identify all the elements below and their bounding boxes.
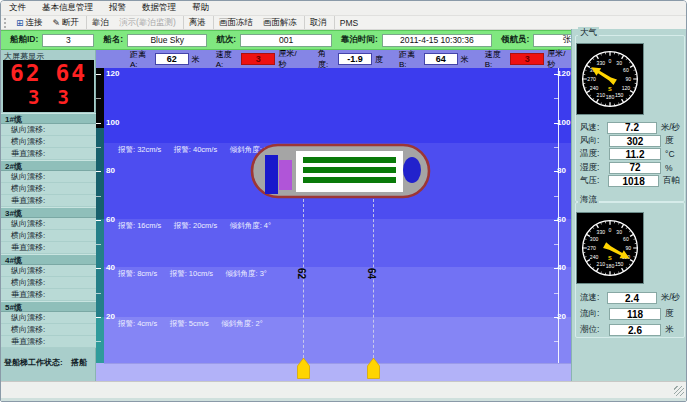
axis-tick xyxy=(96,98,101,99)
toolbar-button[interactable]: 画面冻结 xyxy=(213,16,258,29)
chart-header-label: 速度A: xyxy=(216,49,237,69)
current-field-unit: 度 xyxy=(665,308,674,320)
toolbar-button[interactable]: 离港 xyxy=(183,16,211,29)
current-field-label: 流向: xyxy=(580,308,609,320)
menu-item[interactable]: 文件 xyxy=(1,1,34,15)
toolbar-button-label: 离港 xyxy=(189,17,206,29)
cable-drift-label: 垂直漂移: xyxy=(1,242,96,254)
toolbar-button[interactable]: 靠泊 xyxy=(86,16,114,29)
toolbar-button-icon: ⊞ xyxy=(16,18,24,28)
axis-tick xyxy=(554,341,559,342)
weather-field-value: 11.2 xyxy=(609,148,661,160)
axis-tick xyxy=(554,244,559,245)
cable-group-title: 3#缆 xyxy=(1,207,96,218)
current-field: 流速: 2.4 米/秒 xyxy=(576,290,684,306)
weather-field-label: 风速: xyxy=(580,122,607,134)
berthing-chart: 距离A: 62 米 速度A: 3 厘米/秒 角度: -1.9 度 距离B: 64… xyxy=(96,50,571,381)
cable-drift-label: 纵向漂移: xyxy=(1,265,96,277)
cable-drift-label: 横向漂移: xyxy=(1,277,96,289)
svg-text:180: 180 xyxy=(606,263,615,269)
axis-tick xyxy=(96,317,101,318)
chart-header-unit: 米 xyxy=(192,54,200,65)
cable-drift-label: 垂直漂移: xyxy=(1,289,96,301)
led-speed-b: 3 xyxy=(58,86,69,108)
cable-drift-label: 横向漂移: xyxy=(1,230,96,242)
chart-header-bar: 距离A: 62 米 速度A: 3 厘米/秒 角度: -1.9 度 距离B: 64… xyxy=(96,50,571,68)
cable-group-title: 5#缆 xyxy=(1,301,96,312)
toolbar-button[interactable]: ✎ 断开 xyxy=(48,16,85,29)
current-direction-gauge: 0306090120150180210240270300330S xyxy=(576,212,644,284)
axis-tick xyxy=(554,268,559,269)
chart-header-value: -1.9 xyxy=(338,53,372,65)
axis-tick xyxy=(554,317,559,318)
berth-marker-b xyxy=(367,358,380,379)
weather-field: 风向: 302 度 xyxy=(576,134,684,147)
toolbar-button[interactable]: 取消 xyxy=(304,16,332,29)
weather-field-value: 1018 xyxy=(608,175,659,187)
led-speed-a: 3 xyxy=(28,86,39,108)
svg-text:240: 240 xyxy=(590,254,599,260)
toolbar-button-icon: ✎ xyxy=(53,18,61,28)
toolbar-drag-handle[interactable] xyxy=(4,18,7,28)
svg-text:270: 270 xyxy=(587,245,596,251)
svg-text:90: 90 xyxy=(626,245,632,251)
window-bottom-edge xyxy=(1,398,686,402)
y-axis-label: 80 xyxy=(106,166,115,175)
toolbar-button[interactable]: PMS xyxy=(334,16,363,29)
cable-drift-label: 垂直漂移: xyxy=(1,336,96,348)
svg-text:S: S xyxy=(608,86,612,92)
toolbar-button[interactable]: 演示(靠泊监测) xyxy=(114,16,181,29)
cable-drift-label: 横向漂移: xyxy=(1,136,96,148)
y-axis-label: 120 xyxy=(106,69,119,78)
alarm-threshold-text: 报警: 32cm/s 报警: 40cm/s 倾斜角度: 5° xyxy=(118,145,271,155)
weather-field-label: 风向: xyxy=(580,135,609,147)
ship-info-label: 领航员: xyxy=(501,34,529,46)
menu-item[interactable]: 报警 xyxy=(101,1,134,15)
speed-band: 报警: 16cm/s 报警: 20cm/s 倾斜角度: 4° xyxy=(96,219,571,267)
menu-item[interactable]: 基本信息管理 xyxy=(34,1,101,15)
axis-tick xyxy=(96,268,101,269)
current-field-value: 2.4 xyxy=(607,292,656,304)
chart-header-value: 64 xyxy=(424,53,458,65)
wind-direction-gauge: 0306090120150180210240270300330S xyxy=(576,43,644,115)
current-field-value: 2.6 xyxy=(609,324,661,336)
weather-field-label: 湿度: xyxy=(580,162,609,174)
speed-band xyxy=(96,68,571,143)
axis-tick xyxy=(554,98,559,99)
ship-info-field: 船名: Blue Sky xyxy=(103,34,207,47)
toolbar-button-label: PMS xyxy=(340,18,358,28)
current-field: 流向: 118 度 xyxy=(576,306,684,322)
axis-tick xyxy=(96,196,101,197)
toolbar-button[interactable]: 画面解冻 xyxy=(258,16,302,29)
toolbar-button-label: 断开 xyxy=(62,17,79,29)
resize-grip[interactable] xyxy=(674,386,684,396)
menu-item[interactable]: 数据管理 xyxy=(134,1,184,15)
cable-drift-label: 纵向漂移: xyxy=(1,218,96,230)
cable-group: 3#缆 纵向漂移: 横向漂移: 垂直漂移: xyxy=(1,207,96,254)
cable-group-title: 1#缆 xyxy=(1,113,96,124)
svg-text:60: 60 xyxy=(623,236,629,242)
weather-field: 湿度: 72 % xyxy=(576,161,684,174)
weather-field: 气压: 1018 百帕 xyxy=(576,175,684,188)
weather-field-value: 302 xyxy=(609,135,661,147)
alarm-threshold-text: 报警: 16cm/s 报警: 20cm/s 倾斜角度: 4° xyxy=(118,221,271,231)
gangway-status-label: 登船梯工作状态: xyxy=(4,358,63,367)
ship-info-input[interactable]: 2011-4-15 10:30:36 xyxy=(382,34,492,47)
axis-tick xyxy=(554,74,559,75)
toolbar-button-label: 演示(靠泊监测) xyxy=(119,17,176,29)
current-group: 海流 0306090120150180210240270300330S 流速: … xyxy=(575,202,685,338)
ship-info-input[interactable]: 3 xyxy=(42,34,94,47)
weather-group: 大气 0306090120150180210240270300330S 风速: … xyxy=(575,35,685,202)
ship-info-bar: 船舶ID: 3 船名: Blue Sky 航次: 001 靠泊时间: 2011-… xyxy=(1,30,571,50)
toolbar-button[interactable]: ⊞ 连接 xyxy=(11,16,48,29)
svg-text:150: 150 xyxy=(615,92,624,98)
ship-info-input[interactable]: Blue Sky xyxy=(127,34,207,47)
environment-panel: 大气 0306090120150180210240270300330S 风速: … xyxy=(571,29,687,381)
menu-item[interactable]: 帮助 xyxy=(184,1,217,15)
svg-text:240: 240 xyxy=(590,85,599,91)
cable-drift-label: 垂直漂移: xyxy=(1,195,96,207)
axis-tick xyxy=(96,293,101,294)
toolbar-button-label: 画面冻结 xyxy=(219,17,253,29)
current-group-title: 海流 xyxy=(578,194,599,206)
ship-info-input[interactable]: 001 xyxy=(240,34,332,47)
